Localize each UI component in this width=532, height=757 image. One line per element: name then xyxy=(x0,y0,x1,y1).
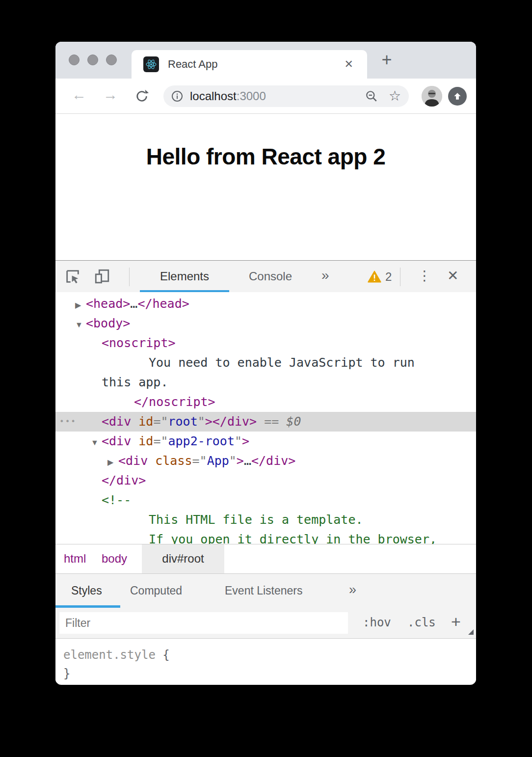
browser-update-button[interactable] xyxy=(448,87,467,106)
traffic-light-zoom[interactable] xyxy=(106,54,117,65)
code-token: App xyxy=(207,454,229,468)
tab-strip: React App ✕ + xyxy=(55,42,476,79)
tab-title: React App xyxy=(168,58,341,71)
dom-tree-row[interactable]: If you open it directly in the browser, xyxy=(55,530,476,544)
dom-tree-row-selected[interactable]: •••<div id="root"></div> == $0 xyxy=(55,412,476,432)
hover-state-toggle[interactable]: :hov xyxy=(363,608,391,638)
dom-tree-row[interactable]: this app. xyxy=(55,373,476,392)
tab-computed[interactable]: Computed xyxy=(130,574,182,608)
more-tabs-icon[interactable]: » xyxy=(321,261,329,293)
code-token: … xyxy=(130,297,137,311)
url-port: :3000 xyxy=(237,89,266,103)
new-tab-button[interactable]: + xyxy=(375,49,398,71)
screenshot-stage: React App ✕ + ← → xyxy=(0,0,532,757)
warning-count: 2 xyxy=(385,270,392,284)
code-token: <noscript> xyxy=(102,336,176,350)
code-token: </div> xyxy=(251,454,295,468)
traffic-light-minimize[interactable] xyxy=(87,54,98,65)
element-style-rule: element.style { } xyxy=(55,638,476,682)
traffic-light-close[interactable] xyxy=(69,54,80,65)
page-content: Hello from React app 2 xyxy=(55,114,476,260)
disclosure-arrow-icon[interactable]: ▼ xyxy=(91,433,102,453)
breadcrumb: html body div#root xyxy=(55,544,476,573)
reload-icon[interactable] xyxy=(134,88,150,104)
disclosure-arrow-icon[interactable]: ▼ xyxy=(75,315,86,335)
breadcrumb-html[interactable]: html xyxy=(64,544,86,574)
code-token: id xyxy=(131,434,153,448)
dom-tree-row[interactable]: You need to enable JavaScript to run xyxy=(55,353,476,373)
active-tab-underline xyxy=(140,290,229,292)
code-token: id xyxy=(131,414,153,429)
url-bar[interactable]: localhost:3000 ☆ xyxy=(163,85,409,107)
url-text[interactable]: localhost:3000 xyxy=(190,89,365,103)
code-token: If you open it directly in the browser, xyxy=(149,532,437,544)
styles-filter-bar: :hov .cls + xyxy=(55,608,476,638)
browser-toolbar: ← → localhost:3000 xyxy=(55,79,476,114)
resize-corner-icon xyxy=(468,629,474,635)
code-token: == xyxy=(257,414,286,429)
inspect-element-icon[interactable] xyxy=(64,268,81,285)
code-token: =" xyxy=(153,414,168,429)
page-heading: Hello from React app 2 xyxy=(55,114,476,170)
profile-avatar[interactable] xyxy=(422,86,442,107)
code-token: =" xyxy=(153,434,168,448)
more-sidebar-tabs-icon[interactable]: » xyxy=(349,574,356,608)
new-style-rule-button[interactable]: + xyxy=(451,608,461,638)
react-favicon-icon xyxy=(143,56,159,72)
code-token: > xyxy=(237,454,244,468)
devtools-menu-icon[interactable]: ⋮ xyxy=(418,261,431,293)
device-toolbar-icon[interactable] xyxy=(94,268,110,285)
bookmark-star-icon[interactable]: ☆ xyxy=(389,89,401,103)
breadcrumb-div-root[interactable]: div#root xyxy=(142,544,224,574)
code-token: > xyxy=(242,434,249,448)
code-token: </head> xyxy=(137,297,189,311)
style-rule-selector: element.style xyxy=(63,648,156,662)
dom-tree-row[interactable]: </noscript> xyxy=(55,392,476,412)
dom-tree-row[interactable]: ▶<head>…</head> xyxy=(55,294,476,314)
dom-tree-row[interactable]: ▼<div id="app2-root"> xyxy=(55,432,476,451)
browser-tab[interactable]: React App ✕ xyxy=(132,50,367,79)
dom-tree: ▶<head>…</head>▼<body><noscript>You need… xyxy=(55,292,476,544)
forward-icon[interactable]: → xyxy=(101,86,120,103)
code-token: " xyxy=(198,414,205,429)
divider xyxy=(129,268,130,286)
devtools-close-icon[interactable]: ✕ xyxy=(447,261,458,293)
open-brace: { xyxy=(156,648,170,662)
filter-input[interactable] xyxy=(59,612,348,634)
code-token: </div> xyxy=(102,473,146,487)
tab-styles[interactable]: Styles xyxy=(71,574,102,608)
row-overflow-dots[interactable]: ••• xyxy=(59,412,77,432)
tab-event-listeners[interactable]: Event Listeners xyxy=(225,574,303,608)
code-token: You need to enable JavaScript to run xyxy=(149,355,415,370)
dom-tree-row[interactable]: This HTML file is a template. xyxy=(55,510,476,530)
tab-console[interactable]: Console xyxy=(238,261,303,293)
dom-tree-row[interactable]: <!-- xyxy=(55,490,476,510)
warnings-badge[interactable]: 2 xyxy=(368,261,392,293)
breadcrumb-body[interactable]: body xyxy=(102,544,127,574)
info-icon[interactable] xyxy=(171,90,183,102)
class-toggle[interactable]: .cls xyxy=(407,608,436,638)
code-token: </noscript> xyxy=(134,395,215,409)
code-token: <div xyxy=(118,454,148,468)
dom-tree-row[interactable]: </div> xyxy=(55,471,476,490)
code-token: root xyxy=(168,414,197,429)
dom-tree-row[interactable]: <noscript> xyxy=(55,333,476,353)
code-token: this app. xyxy=(102,375,168,389)
dom-tree-row[interactable]: ▼<body> xyxy=(55,314,476,333)
code-token: class xyxy=(148,454,192,468)
tab-elements[interactable]: Elements xyxy=(140,261,229,293)
code-token: <!-- xyxy=(102,493,131,507)
code-token: $0 xyxy=(286,414,301,429)
code-token: <div xyxy=(102,434,131,448)
divider xyxy=(400,268,400,286)
zoom-out-icon[interactable] xyxy=(365,90,378,103)
disclosure-arrow-icon[interactable]: ▶ xyxy=(75,296,86,315)
disclosure-arrow-icon[interactable]: ▶ xyxy=(107,453,118,472)
code-token: ></div> xyxy=(205,414,257,429)
dom-tree-row[interactable]: ▶<div class="App">…</div> xyxy=(55,451,476,471)
code-token: app2-root xyxy=(168,434,234,448)
code-token: This HTML file is a template. xyxy=(149,513,363,527)
tab-close-icon[interactable]: ✕ xyxy=(341,56,357,73)
back-icon[interactable]: ← xyxy=(69,86,89,103)
devtools-toolbar: Elements Console » 2 ⋮ ✕ xyxy=(55,260,476,292)
